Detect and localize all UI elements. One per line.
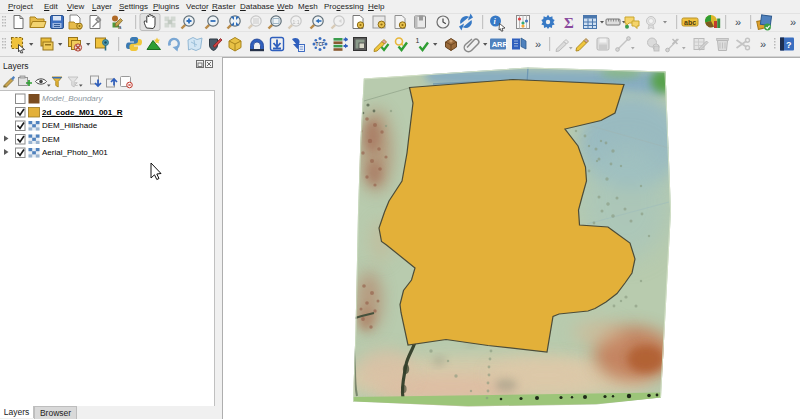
svg-text:»: » (535, 38, 541, 50)
svg-text:»: » (790, 16, 796, 28)
svg-text:?: ? (786, 40, 792, 50)
svg-text:Σ: Σ (564, 15, 574, 31)
svg-text:ARR: ARR (492, 40, 509, 49)
svg-text:abc: abc (684, 19, 696, 26)
svg-text:ε: ε (75, 80, 78, 87)
svg-text:1:1: 1:1 (293, 19, 300, 25)
svg-text:»: » (760, 38, 766, 50)
svg-text:»: » (735, 16, 741, 28)
svg-text:1: 1 (416, 37, 420, 44)
svg-text:TCF: TCF (316, 42, 325, 47)
